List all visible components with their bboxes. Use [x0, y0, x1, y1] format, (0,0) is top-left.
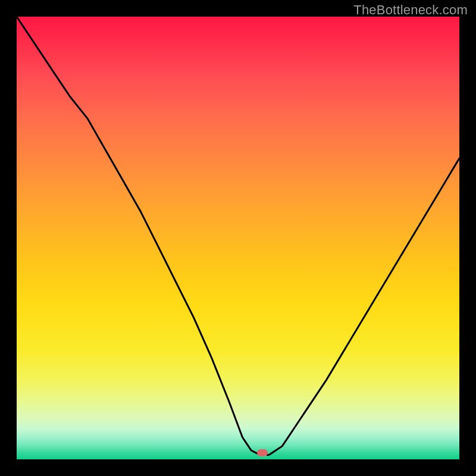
bottleneck-curve [17, 17, 459, 459]
curve-path [17, 17, 459, 455]
watermark-text: TheBottleneck.com [353, 2, 468, 18]
chart-frame: TheBottleneck.com [0, 0, 476, 476]
optimal-point-marker [257, 449, 268, 456]
plot-area [17, 17, 459, 459]
